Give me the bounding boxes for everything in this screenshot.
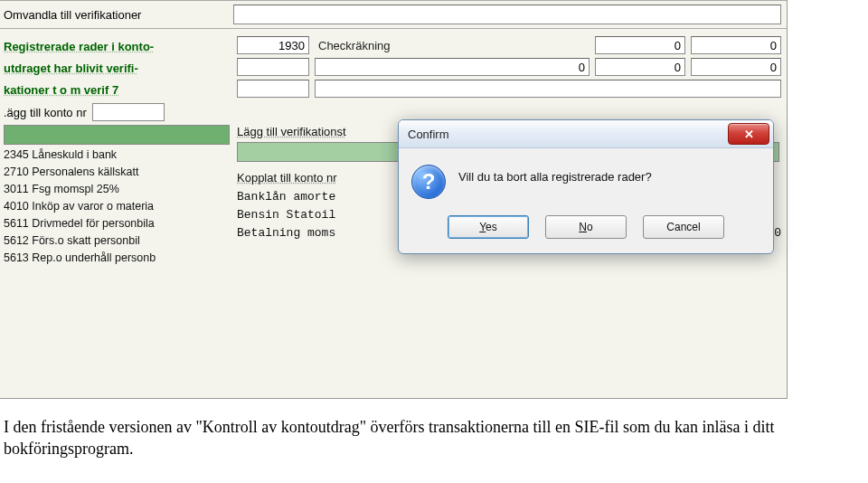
question-icon: ? xyxy=(411,165,446,199)
close-icon: ✕ xyxy=(744,128,754,141)
convert-label: Omvandla till verifikationer xyxy=(4,8,233,22)
list-item[interactable]: 5613 Rep.o underhåll personb xyxy=(4,250,237,267)
add-account-label: .ägg till konto nr xyxy=(4,106,87,119)
account-row: 0 0 0 xyxy=(237,58,781,76)
yes-button[interactable]: Yes xyxy=(448,215,529,239)
no-button[interactable]: No xyxy=(545,215,627,239)
value-cell[interactable]: 0 xyxy=(691,36,781,54)
account-row xyxy=(237,80,781,98)
account-row: 1930 Checkräkning 0 0 xyxy=(237,36,781,54)
dialog-message: Vill du ta bort alla registrerade rader? xyxy=(458,165,652,184)
account-name-cell[interactable]: 0 xyxy=(315,58,590,76)
value-cell[interactable]: 0 xyxy=(595,36,685,54)
list-item[interactable]: 5611 Drivmedel för personbila xyxy=(4,215,237,232)
account-select-highlight[interactable] xyxy=(4,125,230,145)
top-header: Omvandla till verifikationer xyxy=(0,0,787,29)
list-item[interactable]: 3011 Fsg momspl 25% xyxy=(4,181,237,198)
account-name-cell[interactable] xyxy=(315,80,781,98)
info-line: kationer t o m verif 7 xyxy=(4,80,237,101)
list-item[interactable]: 2710 Personalens källskatt xyxy=(4,164,237,181)
close-button[interactable]: ✕ xyxy=(728,123,769,145)
account-name: Checkräkning xyxy=(315,39,590,52)
list-item[interactable]: 5612 Förs.o skatt personbil xyxy=(4,232,237,250)
info-line: utdraget har blivit verifi- xyxy=(4,58,237,80)
dialog-titlebar[interactable]: Confirm ✕ xyxy=(399,120,773,148)
list-item[interactable]: 2345 Låneskuld i bank xyxy=(4,147,237,164)
list-item[interactable]: 4010 Inköp av varor o materia xyxy=(4,198,237,215)
add-account-row: .ägg till konto nr xyxy=(4,103,237,121)
info-panel: Registrerade rader i konto- utdraget har… xyxy=(0,36,237,101)
add-account-input[interactable] xyxy=(92,103,165,121)
account-number-cell[interactable]: 1930 xyxy=(237,36,309,54)
value-cell[interactable]: 0 xyxy=(595,58,685,76)
cancel-button[interactable]: Cancel xyxy=(643,215,724,239)
account-number-cell[interactable] xyxy=(237,80,309,98)
dialog-title: Confirm xyxy=(408,128,449,141)
account-list[interactable]: 2345 Låneskuld i bank 2710 Personalens k… xyxy=(4,147,237,267)
info-line: Registrerade rader i konto- xyxy=(4,36,237,58)
value-cell[interactable]: 0 xyxy=(691,58,781,76)
convert-input[interactable] xyxy=(233,5,781,24)
account-number-cell[interactable] xyxy=(237,58,309,76)
caption-text: I den fristående versionen av "Kontroll … xyxy=(4,416,854,459)
confirm-dialog: Confirm ✕ ? Vill du ta bort alla registr… xyxy=(398,119,774,254)
